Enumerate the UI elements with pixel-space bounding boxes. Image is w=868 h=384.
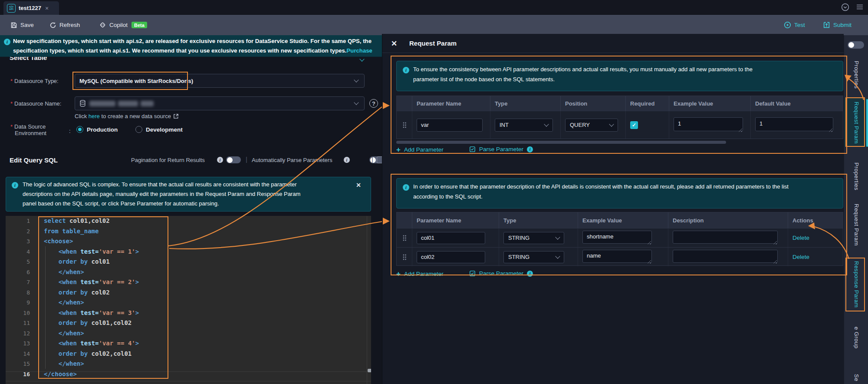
datasource-type-select[interactable]: MySQL (Compatible with StarRocks/Doris) [75,74,365,88]
request-parse-parameter-button[interactable]: Parse Parameter i [469,146,533,152]
parse-info-icon[interactable]: i [527,146,533,152]
environment-radio-production[interactable]: Production [76,126,118,133]
menu-icon[interactable] [856,3,864,12]
drag-handle[interactable] [397,228,412,247]
circle-chevron-down-icon[interactable] [841,3,849,13]
submit-label: Submit [833,22,852,28]
code-token: <when [59,340,77,347]
code-line[interactable]: order by col01 [44,257,139,267]
param-description-textarea[interactable] [673,231,778,244]
datasource-name-select[interactable] [75,96,365,110]
code-line[interactable]: from table_name [44,226,139,237]
pagination-info-icon[interactable]: i [217,157,223,163]
code-token: 'var == 2' [99,278,135,285]
param-type-select[interactable]: STRING [503,232,564,244]
editor-scroll-gutter [367,216,367,384]
rail-tab-group[interactable]: e Group [844,319,868,356]
request-add-parameter-button[interactable]: + Add Parameter [396,146,444,153]
drag-handle-icon [402,122,407,129]
code-line[interactable]: <when test='var == 3'> [44,308,139,318]
help-question-icon[interactable]: ? [369,99,378,108]
code-line[interactable]: order by col02 [44,288,139,298]
code-line[interactable]: <when test='var == 4'> [44,338,139,349]
datasource-name-label: *Datasource Name: [10,100,61,107]
code-token: > [135,248,139,255]
code-line[interactable]: </when> [44,359,139,369]
code-token: col01,col02 [66,217,110,224]
response-parse-parameter-button[interactable]: Parse Parameter i [469,270,533,277]
code-token: </when> [59,330,84,337]
sql-editor[interactable]: 12345678910111213141516 select col01,col… [6,216,371,384]
code-line[interactable]: </when> [44,267,139,278]
production-label: Production [87,126,118,133]
drag-handle[interactable] [397,111,412,139]
copilot-button[interactable]: Copilot Beta [99,15,147,35]
rail-tab-response-param[interactable]: Response Param [844,258,868,311]
code-token: test= [77,309,99,316]
rail-tab-request-param[interactable]: Request Param [844,98,868,147]
rail-tab-clipped[interactable]: Se [844,371,868,384]
code-token: order by [59,319,88,326]
submit-button[interactable]: Submit [823,15,852,35]
panel-visibility-toggle[interactable] [848,41,864,49]
code-line[interactable]: order by col01,col02 [44,318,139,328]
test-button[interactable]: Test [784,15,805,35]
parse-info-icon[interactable]: i [527,271,533,277]
sql-notice-line1: The logic of advanced SQL is complex. To… [23,181,297,188]
param-example-textarea[interactable]: shortname [582,231,652,244]
rail-tab-properties[interactable]: Properties [844,159,868,194]
submit-icon [823,21,830,29]
tab-test1227[interactable]: </> API test1227 × [3,1,59,15]
code-line[interactable]: select col01,col02 [44,216,139,226]
delete-link[interactable]: Delete [792,254,809,260]
param-type-select[interactable]: INT [495,119,553,132]
code-line[interactable]: <when test='var == 1'> [44,247,139,257]
auto-parse-info-icon[interactable]: i [344,157,350,163]
response-param-row: STRING name Delete [397,247,843,266]
code-line[interactable]: </when> [44,298,139,308]
purchase-link[interactable]: Purchase [347,47,372,54]
param-name-input[interactable] [417,119,483,132]
required-checkbox-checked[interactable]: ✓ [630,121,638,129]
refresh-button[interactable]: Refresh [49,15,80,35]
param-type-select[interactable]: STRING [503,251,564,263]
response-add-parameter-button[interactable]: + Add Parameter [396,270,444,278]
request-param-table: Parameter Name Type Position Required Ex… [396,96,843,139]
save-button[interactable]: Save [10,15,34,35]
development-label: Development [146,126,183,133]
rail-tab-properties[interactable]: Properties [844,57,868,92]
tab-close-icon[interactable]: × [45,5,49,12]
editor-code[interactable]: select col01,col02from table_name<choose… [44,216,139,379]
param-name-input[interactable] [417,251,485,263]
required-asterisk: * [10,100,13,107]
param-name-input[interactable] [417,232,485,244]
notice-close-icon[interactable]: ✕ [356,182,361,189]
request-table-hscrollbar[interactable] [396,141,726,144]
select-table-collapse-icon[interactable] [359,56,364,61]
parse-parameter-label: Parse Parameter [479,146,523,152]
param-default-textarea[interactable]: 1 [755,117,833,131]
code-token: <choose> [44,238,73,245]
rail-scrollbar-thumb[interactable] [866,99,868,147]
code-line[interactable]: </choose> [44,369,139,380]
param-example-textarea[interactable]: 1 [674,117,743,131]
pagination-toggle[interactable] [226,156,241,163]
editor-scrollbar-thumb[interactable] [368,369,371,372]
param-example-textarea[interactable]: name [582,250,652,263]
datasource-name-redacted [141,101,154,106]
code-token: > [135,278,139,285]
param-description-textarea[interactable] [673,250,778,263]
drag-handle[interactable] [397,248,412,266]
rail-tab-request-param[interactable]: Request Param [844,200,868,249]
code-line[interactable]: <choose> [44,236,139,247]
info-icon: i [4,39,10,45]
code-line[interactable]: <when test='var == 2'> [44,277,139,288]
code-line[interactable]: order by col02,col01 [44,349,139,359]
param-position-select[interactable]: QUERY [565,119,618,132]
line-number: 10 [6,308,36,318]
delete-link[interactable]: Delete [792,235,809,241]
create-datasource-link[interactable]: here [89,113,100,119]
environment-radio-development[interactable]: Development [135,126,183,133]
code-line[interactable]: </when> [44,328,139,339]
panel-close-icon[interactable]: ✕ [391,39,397,48]
